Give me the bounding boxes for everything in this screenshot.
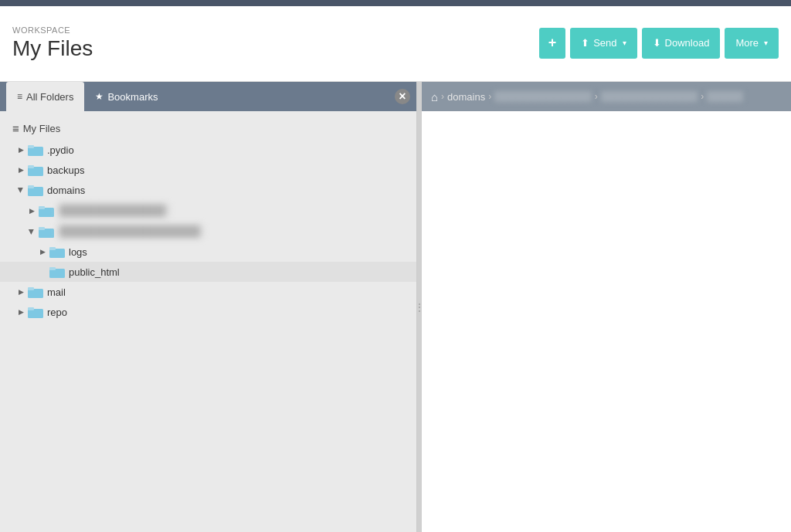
header-actions: + ⬆ Send ▾ ⬇ Download More ▾	[539, 28, 779, 59]
tree-item-domain-sub2[interactable]: ▶ ████████████████	[0, 221, 416, 242]
tree-item-pydio[interactable]: ▶ .pydio	[0, 140, 416, 160]
svg-rect-9	[39, 227, 45, 230]
folder-icon-pydio	[28, 144, 43, 156]
tree-root-icon: ≡	[12, 122, 19, 135]
tree-label-backups: backups	[47, 164, 84, 176]
right-panel: ⌂ › domains › ████████████ › ███████████…	[422, 82, 791, 532]
svg-rect-15	[28, 287, 34, 290]
tree-item-public-html[interactable]: ▶ public_html	[0, 262, 416, 282]
breadcrumb-sep-2: ›	[488, 91, 491, 102]
add-button[interactable]: +	[539, 28, 566, 59]
breadcrumb-sep-1: ›	[441, 91, 444, 102]
tree-label-logs: logs	[69, 246, 87, 258]
page-title: My Files	[12, 36, 93, 61]
tree-root[interactable]: ≡ My Files	[0, 117, 416, 140]
breadcrumb-blurred-1[interactable]: ████████████	[494, 91, 592, 102]
expand-arrow-pydio: ▶	[15, 144, 26, 155]
expand-arrow-mail: ▶	[15, 286, 26, 297]
tree-label-repo: repo	[47, 307, 67, 318]
folder-icon-domain-sub2	[39, 225, 54, 238]
tree-item-repo[interactable]: ▶ repo	[0, 302, 416, 322]
svg-rect-13	[49, 267, 56, 270]
svg-rect-7	[39, 206, 45, 209]
home-icon[interactable]: ⌂	[431, 90, 438, 103]
breadcrumb-blurred-2[interactable]: ████████████	[601, 91, 698, 102]
more-button[interactable]: More ▾	[725, 28, 779, 59]
svg-rect-5	[28, 185, 34, 188]
file-tree: ≡ My Files ▶ .pydio ▶	[0, 111, 416, 532]
panel-resize-handle[interactable]	[417, 82, 422, 532]
tree-item-mail[interactable]: ▶ mail	[0, 282, 416, 302]
expand-arrow-logs: ▶	[37, 246, 48, 257]
workspace-label: Workspace	[12, 25, 93, 35]
folder-icon-domain-sub1	[39, 205, 54, 217]
tree-item-domains[interactable]: ▶ domains	[0, 180, 416, 200]
breadcrumb-sep-3: ›	[595, 91, 598, 102]
tree-item-domain-sub1[interactable]: ▶ ████████████	[0, 200, 416, 221]
breadcrumb-sep-4: ›	[701, 91, 704, 102]
download-icon: ⬇	[653, 37, 661, 49]
tree-label-domain-sub1: ████████████	[58, 204, 168, 217]
folder-icon-backups	[28, 164, 43, 176]
expand-arrow-repo: ▶	[15, 307, 26, 317]
left-panel: ≡ All Folders ★ Bookmarks × ≡ My Files ▶	[0, 82, 417, 532]
header-left: Workspace My Files	[12, 25, 93, 61]
close-tab-button[interactable]: ×	[395, 89, 410, 104]
tree-item-logs[interactable]: ▶ logs	[0, 242, 416, 262]
expand-arrow-backups: ▶	[15, 164, 26, 175]
upload-icon: ⬆	[581, 37, 589, 49]
top-bar	[0, 0, 791, 6]
main: ≡ All Folders ★ Bookmarks × ≡ My Files ▶	[0, 82, 791, 532]
folder-icon-mail	[28, 286, 43, 298]
tab-all-folders[interactable]: ≡ All Folders	[6, 82, 84, 111]
tree-item-backups[interactable]: ▶ backups	[0, 160, 416, 180]
svg-rect-1	[28, 145, 34, 148]
tree-label-domain-sub2: ████████████████	[58, 225, 202, 238]
tree-label-public-html: public_html	[69, 266, 120, 278]
tab-bookmarks-label: Bookmarks	[107, 91, 158, 103]
breadcrumb-blurred-3[interactable]: ████	[707, 91, 743, 102]
svg-rect-17	[28, 307, 34, 310]
header: Workspace My Files + ⬆ Send ▾ ⬇ Download…	[0, 6, 791, 82]
svg-rect-3	[28, 165, 34, 168]
expand-arrow-domain-sub1: ▶	[26, 205, 37, 216]
tree-label-mail: mail	[47, 286, 66, 298]
tab-all-folders-label: All Folders	[26, 91, 73, 103]
send-button[interactable]: ⬆ Send ▾	[570, 28, 637, 59]
tree-label-pydio: .pydio	[47, 144, 74, 156]
expand-arrow-domains: ▶	[15, 185, 26, 195]
folder-icon-domains	[28, 184, 43, 196]
svg-rect-11	[49, 247, 56, 250]
tree-label-domains: domains	[47, 185, 85, 196]
tabs-bar: ≡ All Folders ★ Bookmarks ×	[0, 82, 416, 111]
folder-icon-repo	[28, 306, 43, 318]
tree-root-label: My Files	[23, 123, 60, 134]
tab-bookmarks[interactable]: ★ Bookmarks	[84, 82, 168, 111]
send-dropdown-arrow: ▾	[623, 39, 626, 47]
breadcrumb-domains[interactable]: domains	[447, 91, 485, 103]
folder-icon-public-html	[49, 266, 65, 278]
folder-list-icon: ≡	[17, 91, 22, 102]
star-icon: ★	[95, 91, 104, 102]
folder-icon-logs	[49, 246, 65, 258]
breadcrumb-bar: ⌂ › domains › ████████████ › ███████████…	[422, 82, 791, 111]
more-dropdown-arrow: ▾	[764, 39, 768, 47]
right-content	[422, 111, 791, 532]
expand-arrow-domain-sub2: ▶	[26, 226, 37, 237]
download-button[interactable]: ⬇ Download	[642, 28, 721, 59]
